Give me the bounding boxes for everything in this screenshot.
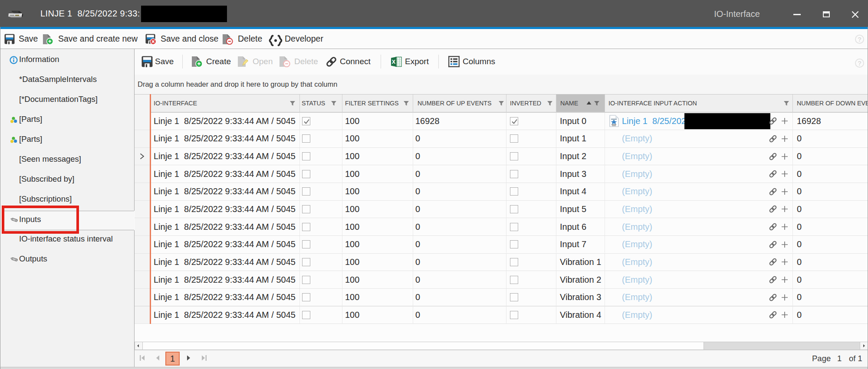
- svg-text:X: X: [392, 59, 396, 65]
